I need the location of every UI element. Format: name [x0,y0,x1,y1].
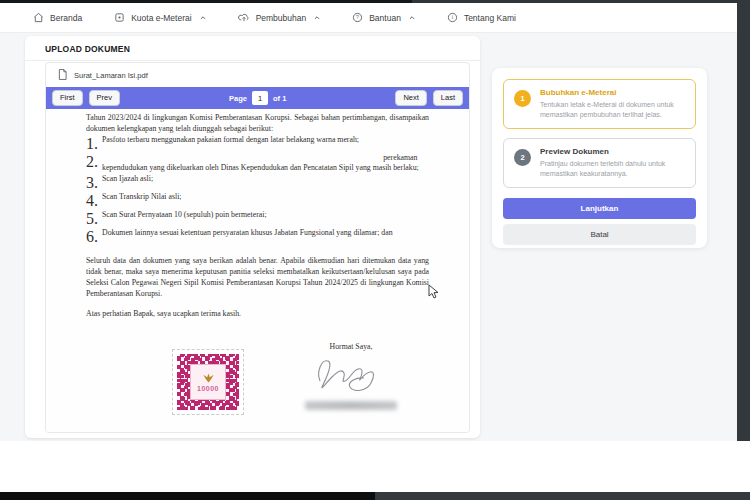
list-item: 1. Pasfoto terbaru menggunakan pakaian f… [86,135,429,153]
list-item: 6. Dokumen lainnya sesuai ketentuan pers… [86,228,429,246]
file-name: Surat_Lamaran Isi.pdf [74,71,148,80]
list-number: 1. [86,135,102,153]
nav-item-beranda[interactable]: Beranda [33,12,82,23]
list-item: 3. Scan Ijazah asli; [86,174,429,192]
upload-cloud-icon [238,12,250,23]
last-page-button[interactable]: Last [433,90,463,106]
document-preview[interactable]: Tahun 2023/2024 di lingkungan Komisi Pem… [46,109,469,433]
stamp-value: 10000 [197,385,219,392]
list-item: 4. Scan Transkrip Nilai asli; [86,192,429,210]
step-card-preview[interactable]: 2 Preview Dokumen Pratinjau dokumen terl… [503,138,696,188]
signature-block: Hormat Saya, [291,342,411,410]
file-row: Surat_Lamaran Isi.pdf [46,63,469,87]
signature-label: Hormat Saya, [291,342,411,351]
top-navbar: Beranda Kuota e-Meterai Pembubuhan ? B [0,3,737,33]
step-title: Preview Dokumen [540,147,685,156]
pdf-file-icon [58,66,67,84]
document-intro: Tahun 2023/2024 di lingkungan Komisi Pem… [86,113,429,135]
document-list: 1. Pasfoto terbaru menggunakan pakaian f… [86,135,429,247]
redacted-name [305,401,397,410]
list-text: Pasfoto terbaru menggunakan pakaian form… [102,135,429,153]
nav-label: Beranda [50,13,82,23]
signature-section: 10000 Hormat Saya, [86,346,429,433]
frame-right-strip [737,0,750,441]
quota-icon [114,12,125,23]
emeterai-stamp-center: 10000 [190,364,226,400]
nav-label: Kuota e-Meterai [131,13,191,23]
document-thanks: Atas perhatian Bapak, saya ucapkan terim… [86,309,429,320]
pager-toolbar: First Prev Page of 1 Next Last [46,87,469,109]
list-item: 2. perekaman kependudukan yang dikeluark… [86,153,429,175]
nav-item-tentang-kami[interactable]: i Tentang Kami [447,12,516,23]
list-text: Scan Transkrip Nilai asli; [102,192,429,210]
svg-text:?: ? [356,14,359,20]
divider [25,60,480,61]
nav-item-pembubuhan[interactable]: Pembubuhan [238,12,321,23]
step-card-bubuhkan[interactable]: 1 Bubuhkan e-Meterai Tentukan letak e-Me… [503,79,696,129]
list-item: 5. Scan Surat Pernyataan 10 (sepuluh) po… [86,210,429,228]
step-description: Pratinjau dokumen terlebih dahulu untuk … [540,159,685,179]
app-window: Beranda Kuota e-Meterai Pembubuhan ? B [0,0,750,500]
prev-page-button[interactable]: Prev [89,90,120,106]
page-label: Page [229,94,247,103]
document-viewer: Surat_Lamaran Isi.pdf First Prev Page of… [45,62,470,433]
lanjutkan-button[interactable]: Lanjutkan [503,198,696,219]
chevron-up-icon [200,15,206,21]
pager-status: Page of 1 [120,91,395,105]
page-total-label: of 1 [273,94,286,103]
list-text: Scan Ijazah asli; [102,174,429,192]
handwritten-signature [291,353,411,399]
home-icon [33,12,44,23]
step-description: Tentukan letak e-Meterai di dokumen untu… [540,100,685,120]
chevron-up-icon [409,15,415,21]
list-number: 3. [86,174,102,192]
nav-label: Pembubuhan [256,13,307,23]
list-number: 5. [86,210,102,228]
nav-label: Bantuan [369,13,401,23]
help-icon: ? [352,12,363,23]
document-closing: Seluruh data dan dokumen yang saya berik… [86,256,429,299]
step-number-badge: 2 [514,149,531,166]
step-title: Bubuhkan e-Meterai [540,88,685,97]
list-text: perekaman kependudukan yang dikeluarkan … [102,153,429,175]
list-number: 6. [86,228,102,246]
upload-dokumen-card: UPLOAD DOKUMEN Surat_Lamaran Isi.pdf Fir… [25,36,480,438]
page-number-input[interactable] [252,91,268,105]
emeterai-qr-pattern: 10000 [177,354,239,410]
mouse-cursor [428,284,439,303]
frame-bottom-strip [0,492,750,500]
nav-item-kuota-emeterai[interactable]: Kuota e-Meterai [114,12,205,23]
info-icon: i [447,12,458,23]
svg-text:i: i [452,15,454,20]
next-page-button[interactable]: Next [395,90,426,106]
nav-item-bantuan[interactable]: ? Bantuan [352,12,415,23]
list-number: 2. [86,153,102,175]
list-text: Dokumen lainnya sesuai ketentuan persyar… [102,228,429,246]
list-number: 4. [86,192,102,210]
page-title: UPLOAD DOKUMEN [25,36,480,60]
batal-button[interactable]: Batal [503,224,696,245]
emeterai-stamp[interactable]: 10000 [172,349,244,415]
chevron-up-icon [314,15,320,21]
nav-label: Tentang Kami [464,13,516,23]
step-number-badge: 1 [514,90,531,107]
list-text: Scan Surat Pernyataan 10 (sepuluh) poin … [102,210,429,228]
first-page-button[interactable]: First [52,90,83,106]
steps-panel: 1 Bubuhkan e-Meterai Tentukan letak e-Me… [492,68,707,248]
garuda-emblem-icon [202,372,215,384]
